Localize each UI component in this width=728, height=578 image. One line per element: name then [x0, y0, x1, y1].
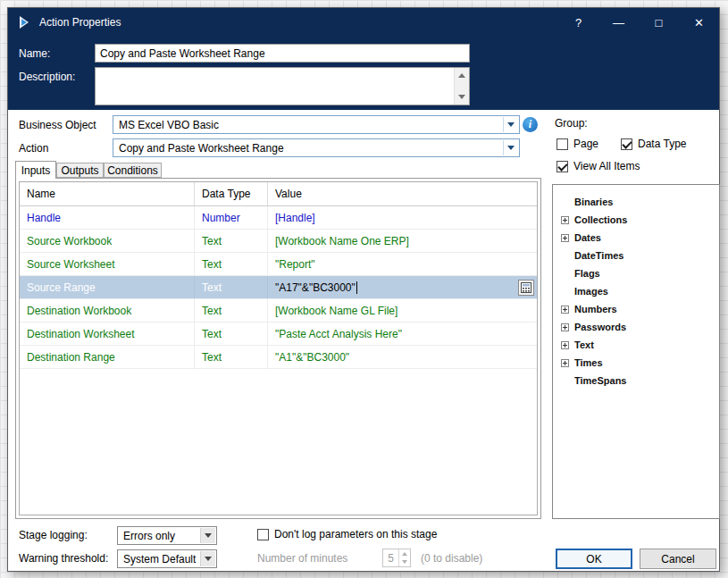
chevron-down-icon[interactable]	[503, 117, 518, 132]
tree-item-dates[interactable]: Dates	[553, 229, 719, 247]
tree-item-label: Binaries	[574, 197, 613, 207]
close-button[interactable]: ✕	[679, 8, 719, 37]
param-type: Text	[195, 276, 268, 298]
stage-logging-select[interactable]: Errors only	[117, 526, 217, 545]
tree-item-images[interactable]: Images	[553, 282, 719, 300]
titlebar[interactable]: Action Properties ? — □ ✕	[8, 8, 719, 37]
description-scrollbar[interactable]	[454, 68, 469, 105]
param-name: Source Workbook	[20, 230, 195, 252]
warning-threshold-value: System Default	[123, 553, 196, 565]
expand-icon[interactable]	[561, 341, 569, 349]
chevron-down-icon[interactable]	[200, 551, 215, 566]
minutes-stepper: 5	[382, 549, 411, 567]
param-type: Text	[195, 253, 268, 275]
view-all-items-label: View All Items	[573, 160, 640, 172]
cancel-button[interactable]: Cancel	[640, 549, 716, 569]
param-value[interactable]: [Workbook Name One ERP]	[268, 230, 537, 252]
column-header-name[interactable]: Name	[20, 182, 195, 205]
desktop-background: Action Properties ? — □ ✕ Name: Descript…	[0, 0, 728, 578]
warning-threshold-select[interactable]: System Default	[117, 549, 217, 568]
tab-outputs[interactable]: Outputs	[56, 163, 104, 178]
table-row[interactable]: Handle Number [Handle]	[20, 206, 537, 230]
param-value[interactable]: [Workbook Name GL File]	[268, 299, 537, 322]
tree-item-passwords[interactable]: Passwords	[553, 318, 719, 336]
action-select[interactable]: Copy and Paste Worksheet Range	[113, 138, 520, 157]
table-row[interactable]: Source Worksheet Text "Report"	[20, 253, 537, 276]
scroll-up-icon[interactable]	[455, 69, 469, 82]
tree-item-binaries[interactable]: Binaries	[553, 193, 719, 211]
tree-item-label: Images	[574, 286, 608, 297]
dont-log-checkbox[interactable]	[257, 529, 269, 540]
action-properties-icon	[17, 15, 31, 29]
param-type: Text	[195, 323, 268, 345]
tree-item-timespans[interactable]: TimeSpans	[553, 372, 719, 390]
tree-item-label: Flags	[574, 268, 600, 279]
param-value[interactable]: "Paste Acct Analysis Here"	[268, 323, 537, 345]
help-button[interactable]: ?	[558, 8, 598, 37]
stage-logging-value: Errors only	[123, 530, 175, 542]
name-input[interactable]	[95, 44, 470, 63]
table-row[interactable]: Destination Worksheet Text "Paste Acct A…	[20, 323, 537, 346]
expand-icon[interactable]	[561, 323, 569, 331]
tree-item-label: DateTimes	[574, 250, 623, 261]
expand-icon[interactable]	[561, 216, 569, 224]
data-items-tree: Binaries Collections Dates DateTimes Fla…	[552, 184, 720, 519]
tree-item-numbers[interactable]: Numbers	[553, 300, 719, 318]
param-value-editing[interactable]: "A17"&"BC3000"	[268, 276, 537, 298]
param-name: Destination Workbook	[20, 299, 195, 322]
expression-editor-button[interactable]	[518, 280, 534, 296]
text-cursor	[356, 281, 357, 294]
expand-icon[interactable]	[561, 234, 569, 242]
spinner-down-icon	[399, 558, 410, 567]
param-type: Text	[195, 230, 268, 252]
table-row[interactable]: Source Workbook Text [Workbook Name One …	[20, 230, 537, 253]
tree-item-times[interactable]: Times	[553, 354, 719, 372]
view-all-items-checkbox[interactable]	[556, 161, 568, 172]
spinner-up-icon	[399, 549, 410, 558]
table-row[interactable]: Destination Workbook Text [Workbook Name…	[20, 299, 537, 323]
tree-item-text[interactable]: Text	[553, 336, 719, 354]
tree-item-datetimes[interactable]: DateTimes	[553, 247, 719, 264]
action-value: Copy and Paste Worksheet Range	[119, 142, 284, 155]
scroll-down-icon[interactable]	[455, 90, 469, 104]
chevron-down-icon[interactable]	[503, 140, 518, 155]
header-section: Name: Description:	[8, 37, 719, 110]
table-row-selected[interactable]: Source Range Text "A17"&"BC3000"	[20, 276, 537, 299]
minimize-button[interactable]: —	[598, 8, 639, 37]
maximize-button[interactable]: □	[639, 8, 679, 37]
chevron-down-icon[interactable]	[200, 528, 215, 543]
table-row[interactable]: Destination Range Text "A1"&"BC3000"	[20, 346, 537, 369]
page-checkbox[interactable]	[556, 138, 568, 150]
tree-item-label: Text	[574, 339, 594, 350]
name-label: Name:	[19, 47, 50, 60]
ok-button[interactable]: OK	[556, 549, 632, 569]
expand-icon[interactable]	[561, 306, 569, 314]
data-type-checkbox-label: Data Type	[638, 138, 686, 150]
param-name: Destination Range	[20, 346, 195, 368]
data-type-checkbox[interactable]	[621, 138, 632, 150]
page-checkbox-label: Page	[573, 138, 598, 150]
param-type: Number	[195, 206, 268, 229]
number-of-minutes-label: Number of minutes	[257, 552, 347, 565]
tab-conditions[interactable]: Conditions	[104, 163, 162, 178]
param-value[interactable]: [Handle]	[268, 206, 537, 229]
info-icon[interactable]	[523, 117, 538, 132]
description-input[interactable]	[95, 67, 470, 105]
group-label: Group:	[555, 117, 588, 130]
minutes-value: 5	[383, 549, 398, 566]
calculator-icon	[521, 282, 531, 293]
param-value[interactable]: "Report"	[268, 253, 537, 275]
column-header-data-type[interactable]: Data Type	[195, 182, 268, 205]
param-type: Text	[195, 346, 268, 368]
tree-item-collections[interactable]: Collections	[553, 211, 719, 229]
column-header-value[interactable]: Value	[268, 182, 537, 205]
expand-icon[interactable]	[561, 359, 569, 367]
window-controls: ? — □ ✕	[558, 8, 719, 37]
tab-inputs[interactable]: Inputs	[15, 161, 56, 179]
tree-item-label: Numbers	[574, 304, 617, 314]
tree-item-label: Dates	[574, 232, 601, 243]
param-value[interactable]: "A1"&"BC3000"	[268, 346, 537, 368]
window-title: Action Properties	[39, 16, 121, 29]
business-object-select[interactable]: MS Excel VBO Basic	[113, 115, 520, 134]
tree-item-flags[interactable]: Flags	[553, 264, 719, 282]
